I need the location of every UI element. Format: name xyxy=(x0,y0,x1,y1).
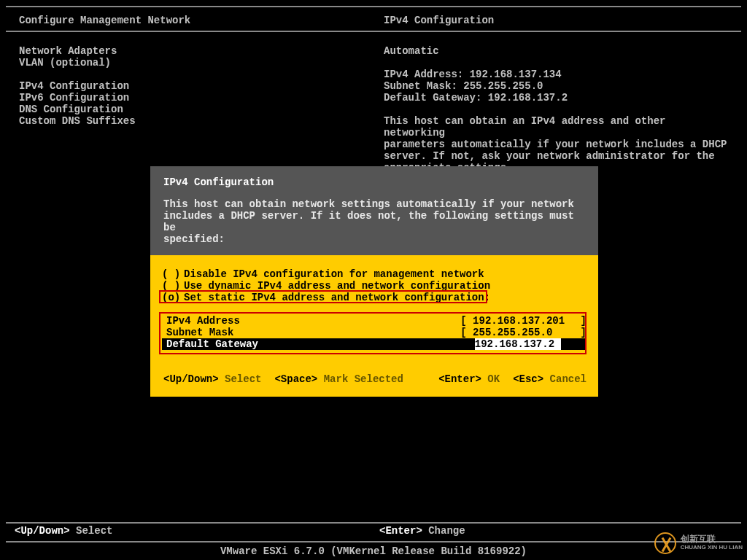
bottom-hints: <Up/Down> Select <Enter> Change xyxy=(15,525,732,537)
gateway-input[interactable]: 192.168.137.2 xyxy=(475,338,561,350)
act-select: Select xyxy=(76,525,112,537)
act-change: Change xyxy=(428,525,465,537)
help-line-3: server. If not, ask your network adminis… xyxy=(384,150,732,162)
help-line-1: This host can obtain an IPv4 address and… xyxy=(384,115,732,139)
key-updown: <Up/Down> xyxy=(15,525,70,537)
dialog-body: ( )Disable IPv4 configuration for manage… xyxy=(150,255,598,397)
header-row: Configure Management Network IPv4 Config… xyxy=(19,15,732,26)
key-enter: <Enter> xyxy=(379,525,422,537)
act-select: Select xyxy=(225,373,261,385)
watermark-logo-icon xyxy=(654,532,676,554)
spacer xyxy=(162,303,587,315)
field-subnet-mask[interactable]: Subnet Mask [ 255.255.255.0 ] xyxy=(162,327,587,338)
dialog-footer-hints: <Up/Down> Select <Space> Mark Selected <… xyxy=(162,373,587,385)
bottom-divider-2 xyxy=(6,541,741,542)
menu-item-ipv6[interactable]: IPv6 Configuration xyxy=(19,92,384,104)
act-cancel: Cancel xyxy=(550,373,587,385)
gateway-value: 192.168.137.2 xyxy=(488,92,568,104)
watermark-line2: CHUANG XIN HU LIAN xyxy=(681,543,743,552)
subnet-line: Subnet Mask: 255.255.255.0 xyxy=(384,80,732,92)
blank xyxy=(384,104,732,115)
key-updown: <Up/Down> xyxy=(163,373,219,385)
subnet-value: 255.255.255.0 xyxy=(463,80,543,92)
cursor-icon xyxy=(561,338,573,350)
ipv4-label: IPv4 Address: xyxy=(384,69,463,80)
bracket-open: [ xyxy=(462,338,475,350)
content: Network Adapters VLAN (optional) IPv4 Co… xyxy=(19,45,732,174)
option-disable-ipv4[interactable]: ( )Disable IPv4 configuration for manage… xyxy=(162,268,587,280)
help-line-2: parameters automatically if your network… xyxy=(384,139,732,150)
ipv4-value: 192.168.137.134 xyxy=(470,69,562,80)
header-left-title: Configure Management Network xyxy=(19,15,384,26)
key-enter: <Enter> xyxy=(438,373,481,385)
bracket-open: [ xyxy=(460,315,473,327)
menu-item-dns-suffixes[interactable]: Custom DNS Suffixes xyxy=(19,115,384,127)
dialog-header: IPv4 Configuration This host can obtain … xyxy=(150,166,598,255)
field-default-gateway[interactable]: Default Gateway [ 192.168.137.2 ] xyxy=(162,338,587,350)
radio-unchecked-icon: ( ) xyxy=(162,268,184,280)
bracket-close: ] xyxy=(574,315,587,327)
bracket-close: ] xyxy=(574,327,587,338)
top-border xyxy=(6,6,741,7)
hint-updown-bottom: <Up/Down> Select xyxy=(15,525,379,537)
right-panel: Automatic IPv4 Address: 192.168.137.134 … xyxy=(384,45,732,174)
field-ipv4-address[interactable]: IPv4 Address [ 192.168.137.201 ] xyxy=(162,315,587,327)
field-value: 255.255.255.0 xyxy=(473,327,574,338)
dialog-title: IPv4 Configuration xyxy=(163,176,585,188)
dialog-desc-3: specified: xyxy=(163,233,585,245)
left-menu: Network Adapters VLAN (optional) IPv4 Co… xyxy=(19,45,384,174)
hint-space: <Space> Mark Selected xyxy=(274,373,403,385)
watermark: 创新互联 CHUANG XIN HU LIAN xyxy=(654,532,743,554)
field-label: Subnet Mask xyxy=(166,327,460,338)
menu-item-ipv4[interactable]: IPv4 Configuration xyxy=(19,80,384,92)
menu-item-vlan[interactable]: VLAN (optional) xyxy=(19,57,384,69)
key-space: <Space> xyxy=(274,373,317,385)
highlight-box-option xyxy=(159,290,487,303)
subnet-label: Subnet Mask: xyxy=(384,80,457,92)
gateway-line: Default Gateway: 192.168.137.2 xyxy=(384,92,732,104)
header-underline xyxy=(6,31,741,32)
watermark-text: 创新互联 CHUANG XIN HU LIAN xyxy=(681,534,743,552)
gateway-label: Default Gateway: xyxy=(384,92,481,104)
field-label: Default Gateway xyxy=(166,338,462,350)
menu-item-network-adapters[interactable]: Network Adapters xyxy=(19,45,384,57)
watermark-line1: 创新互联 xyxy=(681,534,743,543)
hint-esc[interactable]: <Esc> Cancel xyxy=(513,373,587,385)
key-esc: <Esc> xyxy=(513,373,543,385)
ipv4-config-dialog: IPv4 Configuration This host can obtain … xyxy=(150,166,598,397)
bottom-divider xyxy=(6,522,741,524)
hint-enter[interactable]: <Enter> OK xyxy=(438,373,500,385)
bracket-close: ] xyxy=(573,338,586,350)
field-value: 192.168.137.201 xyxy=(473,315,574,327)
field-label: IPv4 Address xyxy=(166,315,460,327)
option-label: Disable IPv4 configuration for managemen… xyxy=(184,268,484,280)
header-right-title: IPv4 Configuration xyxy=(384,15,732,26)
ipv4-line: IPv4 Address: 192.168.137.134 xyxy=(384,69,732,80)
blank xyxy=(19,69,384,80)
dialog-desc-2: includes a DHCP server. If it does not, … xyxy=(163,210,585,233)
menu-item-dns[interactable]: DNS Configuration xyxy=(19,104,384,115)
mode-label: Automatic xyxy=(384,45,732,57)
footer-version: VMware ESXi 6.7.0 (VMKernel Release Buil… xyxy=(0,545,747,557)
bracket-open: [ xyxy=(460,327,473,338)
act-mark: Mark Selected xyxy=(324,373,403,385)
blank xyxy=(384,57,732,69)
act-ok: OK xyxy=(487,373,500,385)
hint-updown: <Up/Down> Select xyxy=(163,373,261,385)
dialog-desc-1: This host can obtain network settings au… xyxy=(163,198,585,210)
